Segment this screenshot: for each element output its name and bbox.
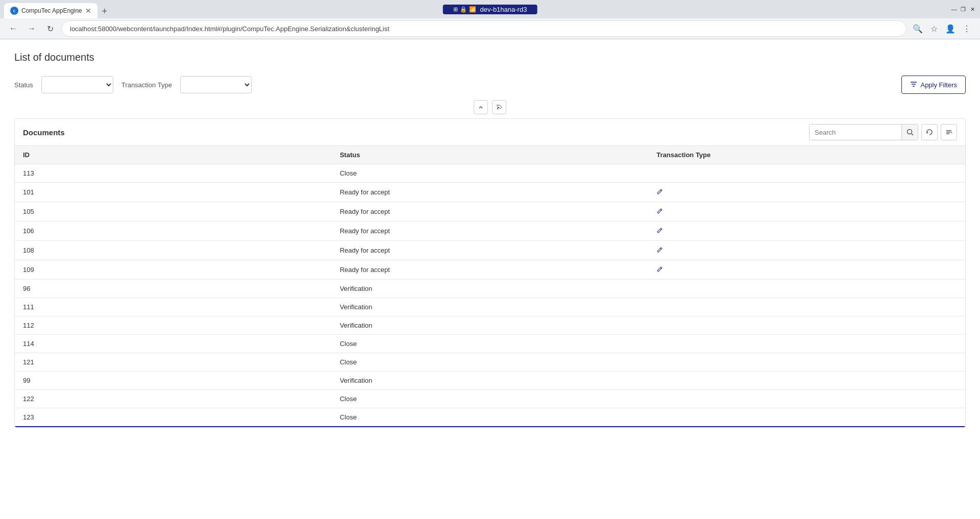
table-cell-transaction-type (648, 372, 753, 382)
svg-text:C: C (13, 9, 15, 13)
table-cell-status: Ready for accept (332, 260, 649, 280)
table-cell-status: Ready for accept (332, 241, 649, 260)
search-magnifier-button[interactable]: 🔍 (911, 21, 925, 36)
sort-button[interactable] (941, 124, 957, 140)
svg-line-19 (660, 268, 662, 269)
collapse-button[interactable] (474, 100, 488, 114)
table-cell-status: Verification (332, 298, 649, 316)
pin-button[interactable] (492, 100, 506, 114)
documents-section-header: Documents (15, 119, 965, 146)
documents-section: Documents (14, 118, 966, 428)
url-text: localhost:58000/webcontent/launchpad/Ind… (70, 25, 389, 33)
svg-line-13 (660, 210, 662, 211)
forward-button[interactable]: → (24, 21, 39, 36)
titlebar-icons: ⊞ 🔒 📶 (453, 6, 476, 13)
url-bar[interactable]: localhost:58000/webcontent/launchpad/Ind… (61, 20, 906, 37)
table-cell-transaction-type (648, 316, 753, 327)
filter-icon (910, 81, 917, 89)
page-title: List of documents (14, 52, 966, 63)
search-container (809, 124, 918, 140)
window-controls: — ❐ ✕ (950, 6, 976, 13)
table-cell-transaction-type (648, 390, 753, 400)
table-row: 122Close (15, 390, 965, 408)
table-header-row: ID Status Transaction Type (15, 146, 965, 164)
column-header-transaction-type: Transaction Type (648, 146, 965, 164)
app-content: List of documents Status Close Ready for… (0, 39, 980, 440)
table-cell-status: Verification (332, 372, 649, 390)
edit-row-button[interactable] (656, 188, 664, 196)
table-cell-id: 114 (15, 335, 332, 353)
table-cell-transaction-type (648, 183, 753, 202)
table-cell-id: 123 (15, 408, 332, 427)
table-cell-transaction-type (648, 335, 753, 345)
table-cell-status: Verification (332, 280, 649, 298)
tab-label: CompuTec AppEngine (21, 7, 82, 14)
refresh-button[interactable] (921, 124, 938, 140)
table-row: 105Ready for accept (15, 202, 965, 221)
table-cell-transaction-type (648, 280, 753, 290)
address-bar-area: ← → ↻ localhost:58000/webcontent/launchp… (0, 18, 980, 39)
back-button[interactable]: ← (6, 21, 20, 36)
table-row: 109Ready for accept (15, 260, 965, 280)
svg-line-17 (660, 249, 662, 250)
svg-line-11 (660, 190, 662, 191)
tab-favicon: C (10, 7, 18, 15)
search-button[interactable] (901, 124, 918, 140)
table-row: 112Verification (15, 316, 965, 335)
table-row: 99Verification (15, 372, 965, 390)
column-header-status: Status (332, 146, 649, 164)
bookmark-button[interactable]: ☆ (927, 21, 941, 36)
table-cell-status: Close (332, 408, 649, 427)
profile-button[interactable]: 👤 (943, 21, 958, 36)
table-cell-status: Close (332, 164, 649, 183)
edit-row-button[interactable] (656, 246, 664, 255)
svg-line-7 (911, 134, 913, 136)
maximize-button[interactable]: ❐ (960, 6, 967, 13)
new-tab-button[interactable]: + (97, 4, 112, 18)
tab-close-button[interactable]: ✕ (85, 7, 91, 15)
table-cell-status: Ready for accept (332, 202, 649, 221)
table-row: 113Close (15, 164, 965, 183)
table-cell-id: 105 (15, 202, 332, 221)
titlebar-center-info: ⊞ 🔒 📶 dev-b1hana-rd3 (443, 5, 537, 14)
table-cell-id: 96 (15, 280, 332, 298)
documents-section-title: Documents (23, 128, 65, 137)
transaction-type-filter-select[interactable] (180, 76, 252, 93)
edit-row-button[interactable] (656, 227, 664, 235)
table-cell-transaction-type (648, 241, 753, 260)
apply-filters-label: Apply Filters (920, 81, 957, 89)
menu-button[interactable]: ⋮ (960, 21, 974, 36)
table-cell-id: 121 (15, 353, 332, 372)
table-row: 123Close (15, 408, 965, 427)
status-filter-select[interactable]: Close Ready for accept Verification (41, 76, 113, 93)
table-cell-status: Close (332, 335, 649, 353)
browser-chrome: C CompuTec AppEngine ✕ + ⊞ 🔒 📶 dev-b1han… (0, 0, 980, 39)
edit-row-button[interactable] (656, 265, 664, 274)
table-cell-id: 99 (15, 372, 332, 390)
table-row: 114Close (15, 335, 965, 353)
browser-tab-active[interactable]: C CompuTec AppEngine ✕ (4, 3, 97, 18)
edit-row-button[interactable] (656, 207, 664, 216)
close-window-button[interactable]: ✕ (969, 6, 976, 13)
minimize-button[interactable]: — (950, 6, 958, 13)
table-cell-transaction-type (648, 298, 753, 308)
filter-bar: Status Close Ready for accept Verificati… (14, 76, 966, 94)
collapse-row (14, 100, 966, 114)
table-body: 113Close101Ready for accept 105Ready for… (15, 164, 965, 427)
search-input[interactable] (810, 125, 901, 140)
documents-table: ID Status Transaction Type 113Close101Re… (15, 146, 965, 427)
table-cell-id: 112 (15, 316, 332, 335)
table-cell-status: Verification (332, 316, 649, 335)
browser-tabs: C CompuTec AppEngine ✕ + (4, 0, 112, 18)
table-cell-id: 111 (15, 298, 332, 316)
table-cell-transaction-type (648, 202, 753, 221)
transaction-type-filter-label: Transaction Type (121, 81, 172, 89)
table-row: 96Verification (15, 280, 965, 298)
table-cell-transaction-type (648, 260, 753, 279)
apply-filters-button[interactable]: Apply Filters (901, 76, 966, 94)
table-row: 101Ready for accept (15, 183, 965, 202)
table-cell-status: Ready for accept (332, 183, 649, 202)
svg-point-6 (907, 130, 912, 134)
table-row: 106Ready for accept (15, 221, 965, 241)
reload-button[interactable]: ↻ (43, 21, 57, 36)
